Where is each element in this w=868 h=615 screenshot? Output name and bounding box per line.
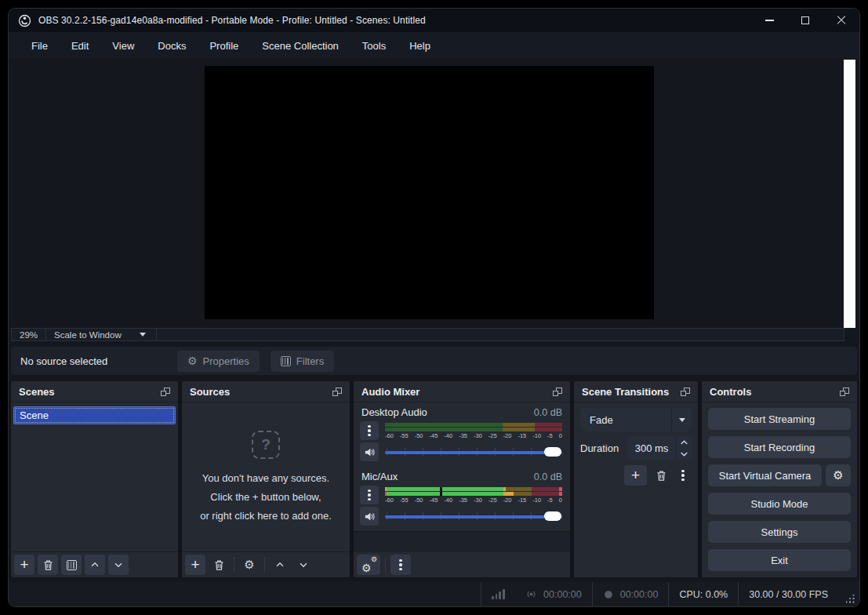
channel-options-button[interactable] [360, 421, 379, 440]
properties-button[interactable]: ⚙ Properties [177, 351, 260, 372]
studio-mode-button[interactable]: Studio Mode [708, 493, 851, 515]
filters-button[interactable]: Filters [271, 351, 334, 372]
kebab-menu-icon [368, 425, 370, 437]
popout-icon[interactable] [840, 388, 849, 396]
popout-icon[interactable] [161, 388, 170, 396]
scale-mode[interactable]: Scale to Window [46, 330, 129, 340]
menu-help[interactable]: Help [399, 36, 441, 56]
scenes-panel-header[interactable]: Scenes [11, 381, 178, 402]
menu-view[interactable]: View [102, 36, 144, 56]
resize-grip[interactable] [846, 595, 855, 603]
scenes-title: Scenes [19, 386, 55, 398]
menu-profile[interactable]: Profile [199, 36, 249, 56]
popout-icon[interactable] [553, 388, 562, 396]
scene-list-item[interactable]: Scene [13, 406, 176, 424]
title-bar[interactable]: OBS 30.2.2-156-gad14e0a8a-modified - Por… [9, 9, 859, 32]
sources-title: Sources [190, 386, 230, 398]
minimize-button[interactable] [751, 9, 787, 32]
maximize-button[interactable] [787, 9, 823, 32]
scene-transitions-title: Scene Transitions [582, 386, 669, 398]
kebab-menu-icon [681, 470, 684, 482]
source-properties-button[interactable]: ⚙ [239, 555, 260, 575]
popout-icon[interactable] [681, 388, 690, 396]
kebab-menu-icon [399, 559, 401, 571]
fps-indicator: 30.00 / 30.00 FPS [749, 589, 828, 600]
empty-state-text: You don't have any sources. [202, 471, 329, 486]
move-source-down-button[interactable] [293, 555, 314, 575]
combo-dropdown-button[interactable] [671, 408, 692, 431]
volume-meter [385, 423, 562, 431]
add-transition-button[interactable]: + [624, 465, 647, 486]
menu-file[interactable]: File [21, 36, 58, 56]
popout-icon[interactable] [332, 388, 342, 396]
controls-title: Controls [710, 386, 751, 398]
add-source-button[interactable]: + [185, 555, 205, 575]
exit-button[interactable]: Exit [708, 549, 851, 571]
scene-filters-button[interactable] [61, 555, 82, 575]
preview-scrollbar[interactable] [844, 60, 855, 328]
volume-slider-handle[interactable] [544, 447, 561, 457]
mixer-options-button[interactable] [390, 555, 411, 575]
properties-label: Properties [203, 355, 249, 367]
duration-spinbox[interactable]: 300 ms [627, 436, 692, 460]
remove-transition-button[interactable] [651, 465, 671, 486]
scene-transitions-header[interactable]: Scene Transitions [574, 381, 698, 402]
start-recording-button[interactable]: Start Recording [708, 436, 851, 458]
sources-panel-header[interactable]: Sources [182, 381, 350, 402]
move-scene-up-button[interactable] [85, 555, 105, 575]
slider-track [385, 451, 562, 454]
chevron-down-icon [113, 559, 124, 570]
controls-header[interactable]: Controls [702, 381, 857, 402]
meter-scale: -60-55-50-45-40-35-30-25-20-15-10-50 [385, 497, 562, 504]
scenes-list[interactable]: Scene [11, 402, 178, 551]
advanced-audio-button[interactable]: ⚙⚙ [357, 555, 380, 575]
remove-scene-button[interactable] [38, 555, 58, 575]
channel-name: Desktop Audio [361, 406, 427, 418]
preview-canvas[interactable] [205, 66, 654, 319]
audio-mixer-header[interactable]: Audio Mixer [354, 381, 570, 402]
preview-zoom-bar: 29% Scale to Window [11, 328, 844, 341]
duration-label: Duration [580, 442, 627, 454]
volume-slider[interactable] [385, 508, 562, 525]
controls-body: Start Streaming Start Recording Start Vi… [702, 402, 857, 577]
transition-options-button[interactable] [675, 465, 691, 486]
divider [264, 557, 265, 573]
add-scene-button[interactable]: + [14, 555, 35, 575]
menu-docks[interactable]: Docks [147, 36, 196, 56]
settings-button[interactable]: Settings [708, 521, 851, 543]
mute-button[interactable] [360, 507, 379, 526]
status-bar: 00:00:00 00:00:00 CPU: 0.0% 30.00 / 30.0… [9, 582, 859, 606]
duration-increase-button[interactable] [677, 436, 692, 448]
scale-mode-dropdown[interactable] [129, 329, 156, 340]
transition-select[interactable]: Fade [580, 408, 692, 431]
channel-options-button[interactable] [360, 486, 379, 504]
scenes-panel: Scenes Scene + [11, 381, 178, 577]
trash-icon [213, 559, 225, 571]
menu-scene-collection[interactable]: Scene Collection [252, 36, 349, 56]
move-source-up-button[interactable] [270, 555, 290, 575]
remove-source-button[interactable] [209, 555, 229, 575]
zoom-level[interactable]: 29% [12, 330, 45, 340]
audio-mixer-title: Audio Mixer [361, 386, 419, 398]
audio-mixer-panel: Audio Mixer Desktop Audio 0.0 dB -60-55-… [354, 381, 570, 577]
menu-bar: File Edit View Docks Profile Scene Colle… [9, 32, 859, 59]
move-scene-down-button[interactable] [108, 555, 129, 575]
chevron-up-icon [274, 559, 285, 570]
sources-toolbar: + ⚙ [182, 551, 350, 577]
start-streaming-button[interactable]: Start Streaming [708, 408, 851, 430]
virtual-camera-config-button[interactable]: ⚙ [826, 464, 851, 486]
duration-decrease-button[interactable] [677, 448, 692, 460]
close-button[interactable] [823, 9, 859, 32]
record-time: 00:00:00 [620, 589, 659, 600]
start-virtual-camera-button[interactable]: Start Virtual Camera [708, 464, 822, 486]
volume-slider-handle[interactable] [544, 511, 561, 521]
menu-edit[interactable]: Edit [61, 36, 99, 56]
mute-button[interactable] [360, 442, 379, 461]
menu-tools[interactable]: Tools [352, 36, 396, 56]
question-icon: ? [252, 431, 280, 459]
volume-slider[interactable] [385, 443, 562, 460]
preview-area[interactable] [9, 59, 859, 328]
plus-icon: + [20, 557, 28, 572]
source-toolbar: No source selected ⚙ Properties Filters [11, 347, 857, 375]
sources-list[interactable]: ? You don't have any sources. Click the … [182, 402, 350, 551]
